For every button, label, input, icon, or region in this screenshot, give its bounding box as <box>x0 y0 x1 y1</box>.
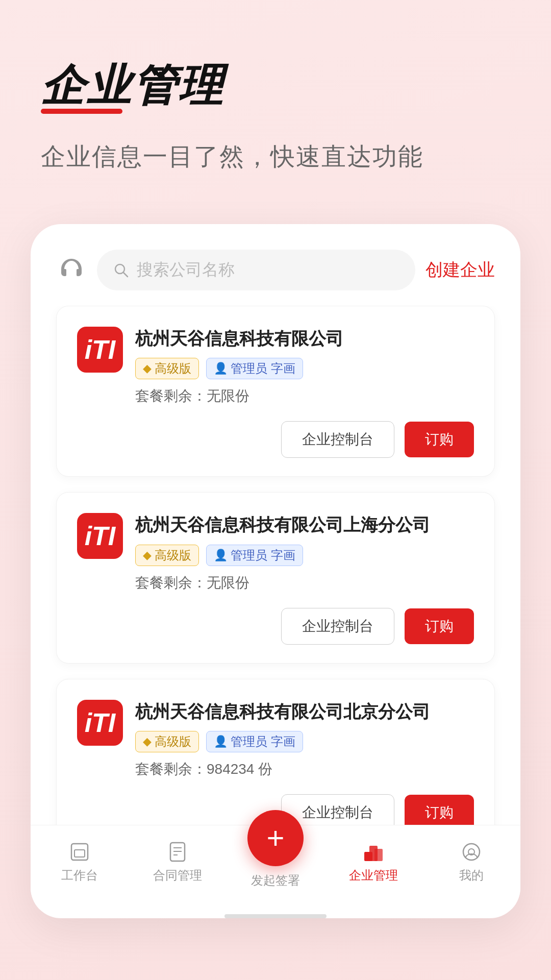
search-box[interactable]: 搜索公司名称 <box>97 250 415 290</box>
title-underline <box>41 109 122 114</box>
logo-text: iTI <box>85 521 116 551</box>
actions-row: 企业控制台 订购 <box>77 421 474 458</box>
control-panel-button[interactable]: 企业控制台 <box>281 794 394 824</box>
company-card-header: iTI 杭州天谷信息科技有限公司 ◆ 高级版 👤 管理员 字画 <box>77 327 474 406</box>
search-area: 搜索公司名称 创建企业 <box>31 224 520 306</box>
company-name: 杭州天谷信息科技有限公司 <box>135 327 474 351</box>
company-info: 杭州天谷信息科技有限公司 ◆ 高级版 👤 管理员 字画 套餐剩余：无限份 <box>135 327 474 406</box>
order-button[interactable]: 订购 <box>405 608 474 644</box>
page-subtitle: 企业信息一目了然，快速直达功能 <box>41 140 510 173</box>
nav-label-mine: 我的 <box>459 867 484 884</box>
person-icon: 👤 <box>214 362 228 375</box>
premium-tag: ◆ 高级版 <box>135 545 199 566</box>
quota-text: 套餐剩余：无限份 <box>135 573 474 593</box>
diamond-icon: ◆ <box>143 362 152 375</box>
company-logo: iTI <box>77 513 123 559</box>
person-icon: 👤 <box>214 735 228 748</box>
company-card: iTI 杭州天谷信息科技有限公司上海分公司 ◆ 高级版 👤 管理员 字画 <box>56 492 495 664</box>
nav-label-sign: 发起签署 <box>251 872 300 889</box>
nav-label-workbench: 工作台 <box>61 867 98 884</box>
page-background: 企业管理 企业信息一目了然，快速直达功能 搜索公司名称 创建企业 <box>0 0 551 980</box>
control-panel-button[interactable]: 企业控制台 <box>281 421 394 458</box>
enterprise-icon <box>362 841 385 863</box>
search-icon <box>112 261 130 279</box>
nav-label-enterprise: 企业管理 <box>349 867 398 884</box>
admin-tag: 👤 管理员 字画 <box>206 545 303 566</box>
order-button[interactable]: 订购 <box>405 422 474 457</box>
company-info: 杭州天谷信息科技有限公司北京分公司 ◆ 高级版 👤 管理员 字画 套餐剩余 <box>135 700 474 779</box>
svg-rect-10 <box>374 849 383 861</box>
company-card: iTI 杭州天谷信息科技有限公司 ◆ 高级版 👤 管理员 字画 <box>56 306 495 477</box>
diamond-icon: ◆ <box>143 549 152 562</box>
logo-text: iTI <box>85 707 116 738</box>
company-list: iTI 杭州天谷信息科技有限公司 ◆ 高级版 👤 管理员 字画 <box>31 306 520 825</box>
nav-item-workbench[interactable]: 工作台 <box>44 841 115 884</box>
svg-rect-2 <box>71 844 88 860</box>
nav-item-contract[interactable]: 合同管理 <box>142 841 213 884</box>
admin-tag: 👤 管理员 字画 <box>206 731 303 752</box>
control-panel-button[interactable]: 企业控制台 <box>281 608 394 645</box>
contract-icon <box>166 841 189 863</box>
company-name: 杭州天谷信息科技有限公司上海分公司 <box>135 513 474 537</box>
diamond-icon: ◆ <box>143 735 152 748</box>
home-indicator <box>224 914 327 918</box>
premium-tag: ◆ 高级版 <box>135 358 199 379</box>
bottom-nav: 工作台 合同管理 + 发起签署 <box>31 825 520 909</box>
title-wrapper: 企业管理 <box>41 61 224 110</box>
premium-tag: ◆ 高级版 <box>135 731 199 752</box>
quota-text: 套餐剩余：984234 份 <box>135 760 474 779</box>
tags-row: ◆ 高级版 👤 管理员 字画 <box>135 358 474 379</box>
quota-text: 套餐剩余：无限份 <box>135 386 474 406</box>
headset-icon[interactable] <box>56 255 87 285</box>
mine-icon <box>460 841 483 863</box>
svg-line-1 <box>123 273 128 277</box>
actions-row: 企业控制台 订购 <box>77 608 474 645</box>
company-logo: iTI <box>77 700 123 746</box>
company-info: 杭州天谷信息科技有限公司上海分公司 ◆ 高级版 👤 管理员 字画 套餐剩余 <box>135 513 474 593</box>
company-card-header: iTI 杭州天谷信息科技有限公司上海分公司 ◆ 高级版 👤 管理员 字画 <box>77 513 474 593</box>
search-placeholder: 搜索公司名称 <box>137 259 235 281</box>
nav-item-mine[interactable]: 我的 <box>436 841 507 884</box>
logo-text: iTI <box>85 334 116 365</box>
order-button[interactable]: 订购 <box>405 795 474 824</box>
nav-label-contract: 合同管理 <box>153 867 202 884</box>
company-name: 杭州天谷信息科技有限公司北京分公司 <box>135 700 474 724</box>
person-icon: 👤 <box>214 549 228 562</box>
tags-row: ◆ 高级版 👤 管理员 字画 <box>135 545 474 566</box>
tags-row: ◆ 高级版 👤 管理员 字画 <box>135 731 474 752</box>
phone-card: 搜索公司名称 创建企业 iTI 杭州天谷信息科技有限公司 ◆ <box>31 224 520 918</box>
company-logo: iTI <box>77 327 123 373</box>
plus-icon: + <box>266 823 284 853</box>
nav-item-enterprise[interactable]: 企业管理 <box>338 841 409 884</box>
workbench-icon <box>68 841 91 863</box>
company-card-header: iTI 杭州天谷信息科技有限公司北京分公司 ◆ 高级版 👤 管理员 字画 <box>77 700 474 779</box>
company-card: iTI 杭州天谷信息科技有限公司北京分公司 ◆ 高级版 👤 管理员 字画 <box>56 679 495 825</box>
create-enterprise-button[interactable]: 创建企业 <box>425 258 495 282</box>
page-header: 企业管理 企业信息一目了然，快速直达功能 <box>0 0 551 193</box>
page-title: 企业管理 <box>41 61 224 110</box>
nav-item-sign[interactable]: + 发起签署 <box>240 836 311 889</box>
svg-rect-3 <box>74 850 85 857</box>
admin-tag: 👤 管理员 字画 <box>206 358 303 379</box>
fab-button[interactable]: + <box>247 810 304 866</box>
